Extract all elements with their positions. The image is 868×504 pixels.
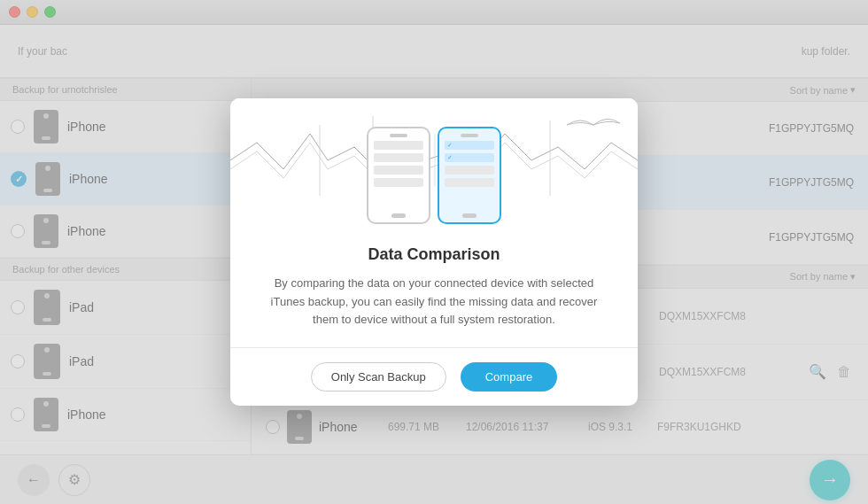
modal-title: Data Comparison <box>368 242 500 275</box>
scan-backup-button[interactable]: Only Scan Backup <box>311 362 446 392</box>
phone-line-check-4 <box>445 178 494 187</box>
modal-description: By comparing the data on your connected … <box>230 275 638 347</box>
phone-mockup-left <box>367 127 430 224</box>
waveform-svg <box>230 98 638 222</box>
phone-line-check-1: ✓ <box>445 141 494 150</box>
modal-overlay[interactable]: ✓ ✓ Data Comparison By comparing the dat… <box>0 0 868 504</box>
phone-line-check-2: ✓ <box>445 153 494 162</box>
modal-actions: Only Scan Backup Compare <box>230 348 638 406</box>
modal-dialog: ✓ ✓ Data Comparison By comparing the dat… <box>230 98 638 406</box>
phone-line-3 <box>374 166 423 174</box>
phone-line-2 <box>374 153 423 162</box>
compare-button[interactable]: Compare <box>461 362 557 392</box>
svg-rect-3 <box>549 120 551 196</box>
phone-mockup-right: ✓ ✓ <box>438 127 501 224</box>
checkmark-1: ✓ <box>446 142 453 149</box>
modal-visual: ✓ ✓ <box>230 98 638 242</box>
checkmark-2: ✓ <box>446 154 453 161</box>
phone-line-check-3 <box>445 166 494 174</box>
phone-line-1 <box>374 141 423 150</box>
svg-rect-4 <box>434 134 436 187</box>
svg-rect-0 <box>319 125 321 196</box>
phone-line-4 <box>374 178 423 187</box>
